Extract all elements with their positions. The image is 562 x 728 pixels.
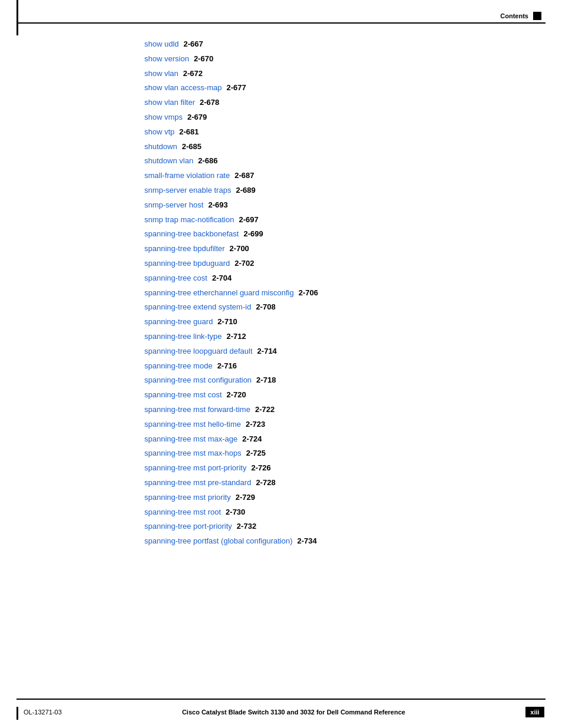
toc-page-number: 2-726 — [251, 462, 270, 475]
toc-page-number: 2-729 — [236, 492, 255, 504]
toc-page-number: 2-710 — [217, 316, 237, 328]
top-border — [16, 22, 546, 24]
page: Contents show udld2-667show version2-670… — [0, 0, 562, 728]
left-bar — [16, 0, 18, 35]
toc-entry: spanning-tree bpdufilter2-700 — [144, 243, 533, 255]
doc-number: OL-13271-03 — [24, 709, 62, 716]
toc-link[interactable]: spanning-tree mst root — [144, 506, 221, 519]
toc-link[interactable]: spanning-tree extend system-id — [144, 301, 251, 314]
toc-link[interactable]: snmp-server host — [144, 199, 203, 212]
toc-link[interactable]: shutdown vlan — [144, 155, 193, 167]
toc-page-number: 2-702 — [234, 258, 254, 270]
toc-entry: spanning-tree port-priority2-732 — [144, 521, 533, 533]
toc-page-number: 2-670 — [194, 53, 213, 65]
toc-entry: small-frame violation rate2-687 — [144, 170, 533, 182]
toc-entry: snmp-server host2-693 — [144, 199, 533, 212]
toc-link[interactable]: spanning-tree bpdufilter — [144, 243, 225, 255]
toc-entry: spanning-tree portfast (global configura… — [144, 535, 533, 548]
toc-link[interactable]: spanning-tree guard — [144, 316, 213, 328]
footer-title: Cisco Catalyst Blade Switch 3130 and 303… — [62, 709, 525, 716]
toc-page-number: 2-672 — [183, 68, 203, 80]
toc-entry: snmp-server enable traps2-689 — [144, 185, 533, 197]
toc-entry: spanning-tree mode2-716 — [144, 360, 533, 373]
toc-page-number: 2-734 — [297, 535, 316, 548]
toc-link[interactable]: spanning-tree mode — [144, 360, 213, 373]
toc-link[interactable]: show vlan filter — [144, 97, 195, 109]
toc-page-number: 2-708 — [256, 301, 275, 314]
toc-entry: spanning-tree etherchannel guard misconf… — [144, 287, 533, 299]
toc-entry: snmp trap mac-notification2-697 — [144, 214, 533, 226]
toc-page-number: 2-679 — [187, 111, 207, 124]
toc-entry: shutdown vlan2-686 — [144, 155, 533, 167]
toc-link[interactable]: snmp trap mac-notification — [144, 214, 234, 226]
toc-entry: show vmps2-679 — [144, 111, 533, 124]
page-number: xiii — [525, 707, 544, 717]
toc-link[interactable]: show version — [144, 53, 189, 65]
toc-entry: show udld2-667 — [144, 38, 533, 51]
toc-link[interactable]: spanning-tree port-priority — [144, 521, 232, 533]
toc-link[interactable]: spanning-tree mst max-hops — [144, 447, 242, 460]
toc-link[interactable]: spanning-tree mst configuration — [144, 374, 252, 387]
toc-link[interactable]: spanning-tree cost — [144, 272, 207, 285]
toc-link[interactable]: spanning-tree mst forward-time — [144, 404, 250, 416]
toc-link[interactable]: spanning-tree mst max-age — [144, 433, 237, 446]
toc-entry: spanning-tree mst max-age2-724 — [144, 433, 533, 446]
toc-page-number: 2-678 — [200, 97, 219, 109]
toc-link[interactable]: spanning-tree bpduguard — [144, 258, 230, 270]
toc-link[interactable]: snmp-server enable traps — [144, 185, 231, 197]
toc-page-number: 2-706 — [299, 287, 318, 299]
toc-entry: spanning-tree backbonefast2-699 — [144, 228, 533, 241]
toc-entry: show vlan filter2-678 — [144, 97, 533, 109]
toc-page-number: 2-699 — [243, 228, 263, 241]
toc-link[interactable]: spanning-tree mst hello-time — [144, 419, 241, 431]
toc-link[interactable]: spanning-tree mst cost — [144, 389, 222, 401]
toc-entry: spanning-tree guard2-710 — [144, 316, 533, 328]
bottom-border — [16, 699, 546, 700]
toc-link[interactable]: spanning-tree etherchannel guard misconf… — [144, 287, 294, 299]
toc-link[interactable]: spanning-tree portfast (global configura… — [144, 535, 292, 548]
footer: OL-13271-03 Cisco Catalyst Blade Switch … — [0, 707, 562, 717]
toc-entry: spanning-tree cost2-704 — [144, 272, 533, 285]
toc-link[interactable]: spanning-tree loopguard default — [144, 345, 253, 358]
toc-page-number: 2-725 — [246, 447, 266, 460]
toc-entry: spanning-tree link-type2-712 — [144, 331, 533, 343]
toc-entry: spanning-tree mst root2-730 — [144, 506, 533, 519]
toc-link[interactable]: show vtp — [144, 126, 174, 139]
toc-page-number: 2-716 — [217, 360, 237, 373]
toc-entry: show version2-670 — [144, 53, 533, 65]
toc-page-number: 2-722 — [255, 404, 275, 416]
toc-entry: spanning-tree mst port-priority2-726 — [144, 462, 533, 475]
toc-page-number: 2-712 — [227, 331, 246, 343]
toc-link[interactable]: small-frame violation rate — [144, 170, 230, 182]
toc-link[interactable]: spanning-tree backbonefast — [144, 228, 239, 241]
toc-page-number: 2-723 — [246, 419, 265, 431]
toc-page-number: 2-732 — [237, 521, 256, 533]
toc-page-number: 2-686 — [198, 155, 217, 167]
toc-entry: spanning-tree mst configuration2-718 — [144, 374, 533, 387]
contents-label: Contents — [500, 12, 528, 19]
toc-link[interactable]: spanning-tree mst priority — [144, 492, 231, 504]
toc-link[interactable]: spanning-tree link-type — [144, 331, 222, 343]
toc-page-number: 2-667 — [184, 38, 203, 51]
toc-link[interactable]: show vlan — [144, 68, 178, 80]
header-right: Contents — [500, 12, 541, 20]
toc-link[interactable]: show vmps — [144, 111, 183, 124]
toc-entry: show vtp2-681 — [144, 126, 533, 139]
toc-link[interactable]: spanning-tree mst pre-standard — [144, 477, 251, 489]
toc-page-number: 2-681 — [179, 126, 199, 139]
toc-page-number: 2-697 — [239, 214, 258, 226]
toc-page-number: 2-677 — [227, 82, 246, 94]
toc-entry: spanning-tree mst cost2-720 — [144, 389, 533, 401]
toc-page-number: 2-685 — [182, 141, 201, 153]
toc-page-number: 2-700 — [230, 243, 249, 255]
toc-entry: spanning-tree mst priority2-729 — [144, 492, 533, 504]
header-square — [533, 12, 541, 20]
toc-link[interactable]: show udld — [144, 38, 179, 51]
toc-link[interactable]: spanning-tree mst port-priority — [144, 462, 246, 475]
toc-link[interactable]: shutdown — [144, 141, 177, 153]
toc-entry: show vlan access-map2-677 — [144, 82, 533, 94]
toc-entry: spanning-tree mst pre-standard2-728 — [144, 477, 533, 489]
toc-entry: show vlan2-672 — [144, 68, 533, 80]
toc-entry: spanning-tree loopguard default2-714 — [144, 345, 533, 358]
toc-link[interactable]: show vlan access-map — [144, 82, 222, 94]
